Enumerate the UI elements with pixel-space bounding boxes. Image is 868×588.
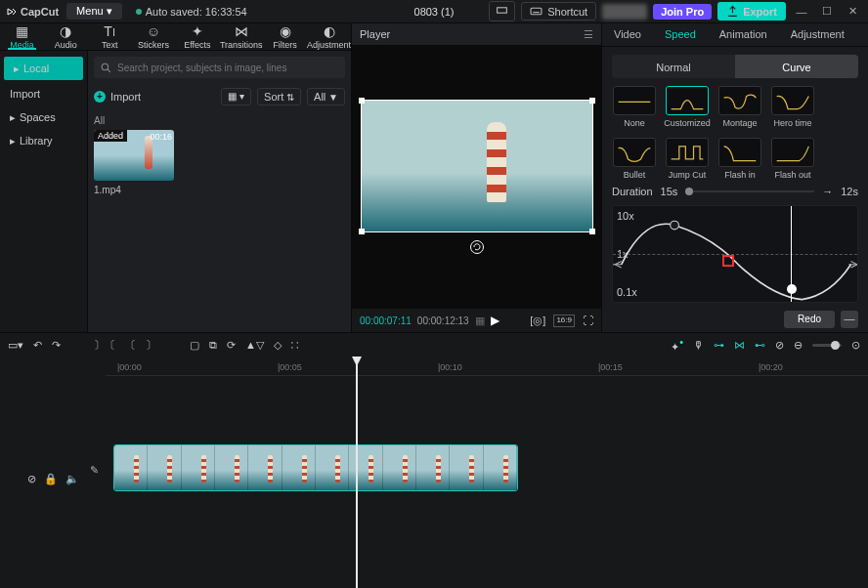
delete-icon[interactable]: ▢ [190, 339, 199, 352]
snap-off-icon[interactable]: ⊘ [775, 339, 784, 352]
aspect-ratio-button[interactable] [489, 1, 515, 21]
preset-bullet[interactable]: Bullet [612, 138, 657, 180]
rp-tab-speed[interactable]: Speed [653, 23, 708, 46]
search-input[interactable] [117, 63, 339, 73]
mute-icon[interactable]: 🔈 [65, 473, 79, 485]
rotate-icon[interactable]: ◇ [274, 339, 282, 352]
undo-icon[interactable]: ↶ [33, 339, 42, 352]
effects-icon[interactable]: ✦• [671, 336, 683, 354]
player-menu-icon[interactable]: ☰ [584, 28, 593, 41]
redo-icon[interactable]: ↷ [52, 339, 61, 352]
speed-mode-toggle: Normal Curve [612, 55, 858, 78]
export-button[interactable]: Export [717, 2, 786, 21]
minimize-button[interactable]: — [792, 6, 811, 18]
tab-effects[interactable]: ✦Effects [175, 23, 219, 50]
media-item[interactable]: Added 00:16 [94, 130, 174, 181]
tab-text[interactable]: TIText [88, 23, 132, 50]
timeline-tracks[interactable]: ⊘ 🔒 🔈 ✎ 〔◦◦〕 〔〕 ◦◦〔〕 ◦◦◦○● [0, 376, 868, 588]
side-spaces[interactable]: ▸Spaces [0, 105, 87, 129]
search-icon [100, 62, 112, 74]
view-grid-button[interactable]: ▦ ▾ [221, 88, 251, 105]
duplicate-icon[interactable]: ⧉ [209, 339, 217, 352]
tab-audio[interactable]: ◑Audio [44, 23, 88, 50]
player-viewport[interactable] [352, 45, 601, 309]
play-button[interactable]: ▶ [491, 314, 499, 327]
pointer-tool[interactable]: ▭▾ [8, 339, 23, 352]
trim-left-icon[interactable]: 〔 [125, 338, 136, 353]
snap-icon[interactable]: ⊷ [755, 339, 765, 352]
tab-adjustment[interactable]: ◐Adjustment [307, 23, 351, 50]
close-button[interactable]: ✕ [843, 5, 862, 18]
tab-transitions[interactable]: ⋈Transitions [219, 23, 263, 50]
remove-point-button[interactable]: — [841, 311, 858, 328]
tab-filters[interactable]: ◉Filters [263, 23, 307, 50]
scale-icon[interactable]: [◎] [530, 315, 545, 327]
media-side-nav: ▸Local Import ▸Spaces ▸Library [0, 51, 88, 332]
added-badge: Added [94, 130, 127, 142]
preset-row-1: None Customized Montage Hero time [602, 78, 868, 130]
tab-stickers[interactable]: ☺Stickers [132, 23, 176, 50]
lock-icon[interactable]: 🔒 [44, 473, 58, 485]
trim-right-icon[interactable]: 〕 [146, 338, 156, 353]
preset-montage[interactable]: Montage [717, 86, 762, 128]
player-title: Player [360, 28, 390, 40]
zoom-out-icon[interactable]: ⊖ [794, 339, 803, 352]
timeline-panel: ▭▾ ↶ ↷ 〕〔 〔 〕 ▢ ⧉ ⟳ ▲▽ ◇ ⸬ ✦• 🎙 ⊶ ⋈ ⊷ ⊘ … [0, 332, 868, 588]
speed-normal[interactable]: Normal [612, 55, 735, 78]
rp-tab-video[interactable]: Video [602, 23, 653, 46]
reverse-icon[interactable]: ⟳ [227, 339, 236, 352]
disable-icon[interactable]: ⊘ [27, 473, 36, 485]
crop-icon[interactable]: ⸬ [291, 339, 298, 352]
duration-control: Duration 15s → 12s [602, 182, 868, 201]
timeline-ruler[interactable]: |00:00 |00:05 |00:10 |00:15 |00:20 [106, 357, 868, 376]
duration-slider[interactable] [685, 190, 814, 192]
magnet-on-icon[interactable]: ⊶ [714, 339, 724, 352]
edit-track-icon[interactable]: ✎ [90, 464, 104, 478]
sort-button[interactable]: Sort ⇅ [257, 88, 301, 105]
filter-all-button[interactable]: All ▼ [307, 88, 345, 105]
grid-icon[interactable]: ▦ [475, 315, 485, 327]
side-import[interactable]: Import [0, 82, 87, 105]
zoom-slider[interactable] [812, 344, 842, 347]
shortcut-button[interactable]: Shortcut [521, 2, 596, 21]
maximize-button[interactable]: ☐ [817, 5, 837, 18]
user-avatar[interactable] [602, 4, 647, 20]
preset-herotime[interactable]: Hero time [770, 86, 815, 128]
preset-customized[interactable]: Customized [665, 86, 710, 128]
preview-frame[interactable] [361, 100, 593, 232]
side-library[interactable]: ▸Library [0, 129, 87, 152]
speed-curve[interactable]: Curve [735, 55, 858, 78]
category-label: All [94, 115, 345, 126]
svg-point-3 [671, 221, 679, 230]
tab-media[interactable]: ▦Media [0, 23, 44, 50]
side-local[interactable]: ▸Local [4, 57, 83, 80]
redo-button[interactable]: Redo [784, 311, 835, 328]
mic-icon[interactable]: 🎙 [693, 339, 704, 351]
preset-flashout[interactable]: Flash out [770, 138, 815, 180]
ratio-label[interactable]: 16:9 [553, 315, 575, 327]
mirror-icon[interactable]: ▲▽ [245, 339, 264, 352]
join-pro-button[interactable]: Join Pro [653, 4, 712, 20]
preset-flashin[interactable]: Flash in [717, 138, 762, 180]
svg-rect-0 [498, 8, 507, 13]
menu-button[interactable]: Menu ▾ [66, 3, 122, 20]
rp-tab-animation[interactable]: Animation [708, 23, 779, 46]
split-icon[interactable]: 〕〔 [94, 338, 115, 353]
zoom-fit-icon[interactable]: ⊙ [851, 339, 860, 352]
search-field[interactable] [94, 57, 345, 78]
timeline-playhead[interactable] [356, 357, 358, 588]
rotate-handle[interactable] [470, 240, 484, 254]
preset-jumpcut[interactable]: Jump Cut [665, 138, 710, 180]
preset-none[interactable]: None [612, 86, 657, 128]
player-panel: Player ☰ 00:00:07:11 00:00:12:13 ▦ ▶ [◎]… [352, 23, 602, 332]
curve-selected-point[interactable] [722, 255, 734, 267]
timeline-clip[interactable]: 〔◦◦〕 〔〕 ◦◦〔〕 ◦◦◦○● [113, 444, 518, 491]
link-icon[interactable]: ⋈ [734, 339, 745, 352]
import-button[interactable]: +Import [94, 91, 141, 103]
fullscreen-icon[interactable]: ⛶ [583, 315, 593, 327]
media-browser: +Import ▦ ▾ Sort ⇅ All ▼ All Added 00:16… [88, 51, 351, 332]
inspector-panel: Video Speed Animation Adjustment Normal … [602, 23, 868, 332]
curve-point[interactable] [787, 284, 797, 294]
curve-editor[interactable]: 10x1x0.1x [612, 205, 858, 303]
rp-tab-adjustment[interactable]: Adjustment [779, 23, 856, 46]
